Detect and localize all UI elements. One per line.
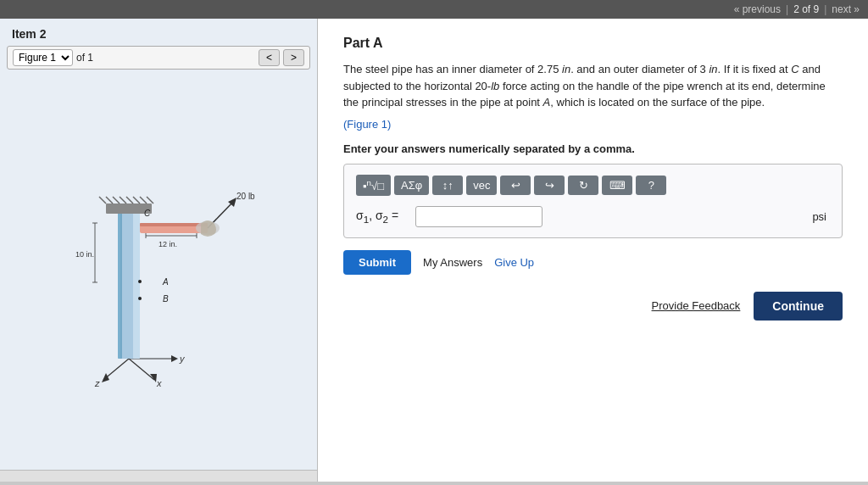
item-label: Item 2	[0, 19, 317, 46]
provide-feedback-link[interactable]: Provide Feedback	[652, 299, 741, 312]
svg-text:A: A	[162, 277, 169, 287]
next-link[interactable]: next »	[832, 3, 860, 15]
svg-text:z: z	[94, 378, 100, 388]
svg-text:x: x	[156, 378, 162, 388]
previous-link[interactable]: « previous	[734, 3, 781, 15]
svg-point-25	[138, 280, 142, 283]
svg-rect-12	[133, 210, 140, 359]
continue-button[interactable]: Continue	[754, 292, 843, 321]
greek-button[interactable]: ΑΣφ	[394, 176, 429, 195]
figure-toolbar: Figure 1 of 1 < >	[7, 46, 310, 70]
svg-text:12 in.: 12 in.	[159, 240, 177, 248]
svg-text:10 in.: 10 in.	[75, 250, 94, 259]
figure-prev-button[interactable]: <	[259, 49, 280, 66]
help-button[interactable]: ?	[636, 176, 666, 195]
math-toolbar: ▪n√□ ΑΣφ ↕↑ vec ↩ ↪ ↻ ⌨ ?	[356, 175, 830, 196]
progress-indicator: 2 of 9	[793, 3, 819, 15]
answer-box: ▪n√□ ΑΣφ ↕↑ vec ↩ ↪ ↻ ⌨ ? σ1, σ2 = psi	[343, 164, 843, 238]
part-title: Part A	[343, 36, 843, 51]
top-navigation-bar: « previous | 2 of 9 | next »	[0, 0, 868, 19]
undo-button[interactable]: ↩	[500, 176, 531, 195]
right-panel: Part A The steel pipe has an inner diame…	[318, 19, 868, 482]
answer-row: σ1, σ2 = psi	[356, 206, 830, 227]
figure-area: z x y	[0, 70, 317, 470]
separator-1: |	[786, 3, 788, 15]
svg-point-27	[138, 297, 142, 300]
sigma-label: σ1, σ2 =	[356, 209, 407, 225]
figure-scrollbar[interactable]	[0, 470, 317, 482]
left-panel: Item 2 Figure 1 of 1 < > z	[0, 19, 318, 482]
answer-input[interactable]	[415, 206, 542, 227]
main-layout: Item 2 Figure 1 of 1 < > z	[0, 19, 868, 482]
keyboard-button[interactable]: ⌨	[602, 176, 632, 195]
matrix-button[interactable]: ▪n√□	[356, 175, 391, 196]
svg-text:B: B	[163, 294, 169, 304]
my-answers-label: My Answers	[423, 256, 482, 269]
svg-text:C: C	[144, 209, 151, 218]
figure-diagram: z x y	[31, 142, 286, 397]
svg-text:20 lb: 20 lb	[236, 192, 255, 201]
bottom-row: Provide Feedback Continue	[343, 292, 843, 321]
figure-of-label: of 1	[76, 52, 93, 64]
refresh-button[interactable]: ↻	[568, 176, 598, 195]
arrows-button[interactable]: ↕↑	[432, 176, 463, 195]
submit-button[interactable]: Submit	[343, 250, 411, 275]
figure-next-button[interactable]: >	[283, 49, 304, 66]
vec-button[interactable]: vec	[466, 176, 497, 195]
figure-select: Figure 1 of 1	[13, 49, 93, 66]
problem-description: The steel pipe has an inner diameter of …	[343, 61, 843, 111]
redo-button[interactable]: ↪	[534, 176, 565, 195]
figure-link[interactable]: (Figure 1)	[343, 118, 391, 131]
figure-dropdown[interactable]: Figure 1	[13, 49, 73, 66]
action-row: Submit My Answers Give Up	[343, 250, 843, 275]
figure-nav: < >	[259, 49, 304, 66]
give-up-link[interactable]: Give Up	[494, 256, 534, 269]
separator-2: |	[824, 3, 826, 15]
instruction-text: Enter your answers numerically separated…	[343, 142, 843, 155]
unit-label: psi	[812, 210, 830, 223]
